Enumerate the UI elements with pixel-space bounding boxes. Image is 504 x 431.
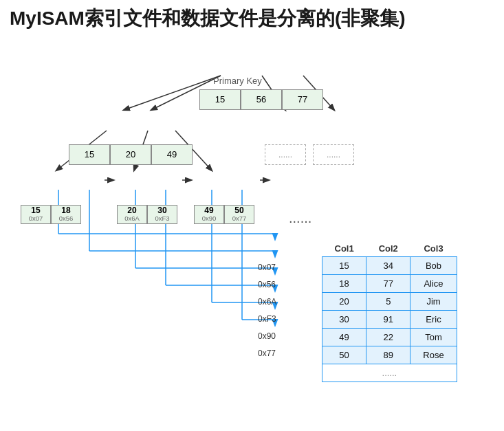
leaf-cell-15: 15 0x07	[21, 205, 51, 224]
table-cell-r5c2: Rose	[410, 346, 457, 364]
leaf-cell-50: 50 0x77	[224, 205, 254, 224]
table-row: 4922Tom	[322, 328, 457, 346]
diagram-area: Primary Key 15 56 77 15 20 49 ...... ...…	[0, 34, 504, 431]
table-row: 1534Bob	[322, 256, 457, 274]
addr-label-0xF3: 0xF3	[258, 314, 276, 324]
table-cell-r0c2: Bob	[410, 256, 457, 274]
table-cell-r3c0: 30	[322, 310, 366, 328]
table-cell-r2c2: Jim	[410, 292, 457, 310]
table-cell-r0c1: 34	[366, 256, 410, 274]
table-cell-r1c2: Alice	[410, 274, 457, 292]
level2-cell-15: 15	[69, 144, 110, 165]
table-cell-r4c0: 49	[322, 328, 366, 346]
table-row: 1877Alice	[322, 274, 457, 292]
table-cell-r3c2: Eric	[410, 310, 457, 328]
root-node-row: 15 56 77	[199, 89, 323, 110]
leaf-cell-18: 18 0x56	[51, 205, 81, 224]
addr-label-0x07: 0x07	[258, 263, 276, 272]
dashed-node-2: ......	[313, 144, 354, 165]
table-cell-r2c1: 5	[366, 292, 410, 310]
leaf-cell-30: 30 0xF3	[147, 205, 177, 224]
addr-label-0x6A: 0x6A	[258, 297, 276, 307]
col3-header: Col3	[410, 241, 457, 257]
dashed-node-1: ......	[265, 144, 306, 165]
table-cell-r5c1: 89	[366, 346, 410, 364]
table-cell-r5c0: 50	[322, 346, 366, 364]
table-row: 205Jim	[322, 292, 457, 310]
col2-header: Col2	[366, 241, 410, 257]
level2-node-row: 15 20 49	[69, 144, 193, 165]
level2-cell-20: 20	[110, 144, 151, 165]
table-cell-r4c2: Tom	[410, 328, 457, 346]
table-cell-r1c0: 18	[322, 274, 366, 292]
leaf-cell-20: 20 0x6A	[117, 205, 147, 224]
table-cell-r1c1: 77	[366, 274, 410, 292]
root-cell-77: 77	[282, 89, 323, 110]
table-cell-r3c1: 91	[366, 310, 410, 328]
table-row: 3091Eric	[322, 310, 457, 328]
data-table: Col1 Col2 Col3 1534Bob1877Alice205Jim309…	[322, 241, 457, 382]
col1-header: Col1	[322, 241, 366, 257]
table-row: 5089Rose	[322, 346, 457, 364]
table-cell-r0c0: 15	[322, 256, 366, 274]
root-cell-15: 15	[199, 89, 241, 110]
pk-label: Primary Key	[213, 76, 262, 86]
level2-cell-49: 49	[151, 144, 193, 165]
ellipsis-dots: ......	[289, 210, 311, 226]
leaf-cell-49: 49 0x90	[194, 205, 224, 224]
root-cell-56: 56	[241, 89, 282, 110]
addr-label-0x90: 0x90	[258, 331, 276, 341]
table-cell-r4c1: 22	[366, 328, 410, 346]
table-row: ......	[322, 364, 457, 382]
addr-label-0x77: 0x77	[258, 349, 276, 358]
addr-label-0x56: 0x56	[258, 280, 276, 289]
page-title: MyISAM索引文件和数据文件是分离的(非聚集)	[0, 0, 504, 34]
table-cell-r2c0: 20	[322, 292, 366, 310]
